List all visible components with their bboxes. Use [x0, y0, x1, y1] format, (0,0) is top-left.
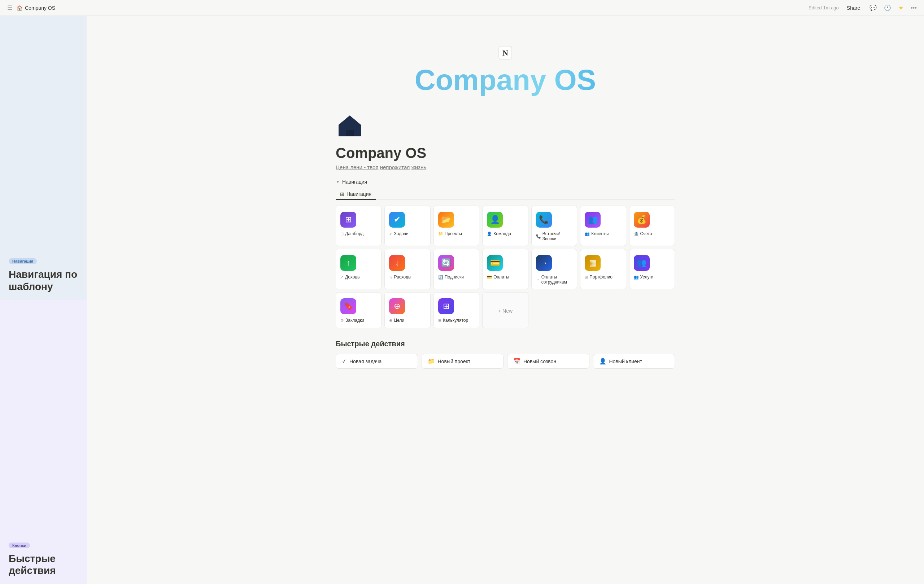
notion-logo-wrap: N: [336, 30, 675, 61]
nav-card-14[interactable]: 🔖 ⚙ Закладки: [336, 292, 381, 328]
card-label-text-3: Команда: [493, 231, 511, 236]
card-icon-11: →: [536, 255, 552, 271]
qa-icon-3: 👤: [599, 358, 606, 365]
tab-navigation-label: Навигация: [346, 191, 371, 197]
card-label-text-16: Калькулятор: [443, 318, 468, 323]
new-card-label: + New: [498, 308, 513, 314]
card-label-icon-0: ⊞: [340, 232, 343, 236]
company-os-heading: Company OS: [336, 64, 675, 97]
nav-card-16[interactable]: ⊞ ⊞ Калькулятор: [434, 292, 479, 328]
nav-card-11[interactable]: → → Оплаты сотрудникам: [531, 249, 577, 289]
nav-card-2[interactable]: 📂 📁 Проекты: [434, 206, 479, 246]
nav-thumb-title: Навигация по шаблону: [9, 268, 78, 293]
card-icon-1: ✔: [389, 212, 405, 228]
topbar-left: ☰ 🏠 Company OS: [6, 3, 55, 13]
page-icon: [336, 111, 364, 139]
card-label-icon-8: ↘: [389, 275, 392, 280]
svg-text:N: N: [502, 48, 508, 58]
page-subtitle: Цена лени - твоя непрожитая жизнь: [336, 164, 675, 170]
card-label-1: ✔ Задачи: [389, 231, 426, 236]
nav-card-9[interactable]: 🔄 🔄 Подписки: [434, 249, 479, 289]
nav-card-new[interactable]: + New: [482, 292, 528, 328]
star-button[interactable]: ★: [897, 3, 905, 13]
card-icon-10: 💳: [487, 255, 503, 271]
more-button[interactable]: •••: [909, 3, 918, 13]
card-label-2: 📁 Проекты: [438, 231, 475, 236]
card-label-icon-1: ✔: [389, 232, 392, 236]
quick-action-btn-1[interactable]: 📁 Новый проект: [422, 354, 504, 368]
card-label-6: 🏦 Счета: [634, 231, 670, 236]
card-label-icon-16: ⊞: [438, 318, 441, 323]
nav-card-1[interactable]: ✔ ✔ Задачи: [384, 206, 430, 246]
nav-badge: Навигация: [9, 258, 37, 264]
card-icon-0: ⊞: [340, 212, 356, 228]
card-label-icon-2: 📁: [438, 232, 443, 236]
card-icon-8: ↓: [389, 255, 405, 271]
nav-card-8[interactable]: ↓ ↘ Расходы: [384, 249, 430, 289]
qa-label-1: Новый проект: [438, 359, 471, 364]
card-label-14: ⚙ Закладки: [340, 318, 377, 323]
sidebar-thumb-navigation[interactable]: Навигация Навигация по шаблону: [0, 16, 87, 300]
card-label-text-14: Закладки: [345, 318, 364, 323]
card-icon-9: 🔄: [438, 255, 454, 271]
main-content: N Company OS Company OS Цена лени - твоя…: [87, 0, 924, 584]
nav-card-5[interactable]: 👥 👥 Клиенты: [580, 206, 626, 246]
card-label-text-8: Расходы: [394, 275, 411, 280]
nav-card-10[interactable]: 💳 💳 Оплаты: [482, 249, 528, 289]
card-label-icon-5: 👥: [585, 232, 590, 236]
card-label-text-9: Подписки: [445, 275, 464, 280]
nav-card-13[interactable]: 👥 👥 Услуги: [629, 249, 675, 289]
nav-card-6[interactable]: 💰 🏦 Счета: [629, 206, 675, 246]
more-icon: •••: [911, 5, 917, 11]
nav-card-15[interactable]: ⊕ ⊕ Цели: [384, 292, 430, 328]
quick-actions-title: Быстрые действия: [336, 340, 675, 348]
quick-action-btn-2[interactable]: 📅 Новый созвон: [507, 354, 589, 368]
card-label-text-6: Счета: [640, 231, 652, 236]
card-label-12: ⊞ Портфолио: [585, 275, 621, 280]
card-label-text-0: Дашборд: [345, 231, 363, 236]
navigation-section-header[interactable]: ▼ Навигация: [336, 179, 675, 185]
tab-navigation[interactable]: ⊞ Навигация: [336, 189, 376, 200]
comment-icon: 💬: [870, 4, 877, 11]
card-icon-16: ⊞: [438, 298, 454, 314]
comment-button[interactable]: 💬: [868, 3, 878, 13]
topbar-right: Edited 1m ago Share 💬 🕐 ★ •••: [808, 3, 918, 13]
history-button[interactable]: 🕐: [883, 3, 893, 13]
card-label-text-13: Услуги: [640, 275, 653, 280]
qa-label-3: Новый клиент: [609, 359, 642, 364]
card-label-icon-4: 📞: [536, 234, 541, 239]
nav-card-7[interactable]: ↑ ↗ Доходы: [336, 249, 381, 289]
card-label-icon-12: ⊞: [585, 275, 588, 280]
card-label-text-11: Оплаты сотрудникам: [541, 275, 573, 285]
card-label-icon-3: 👤: [487, 232, 492, 236]
nav-card-0[interactable]: ⊞ ⊞ Дашборд: [336, 206, 381, 246]
card-label-11: → Оплаты сотрудникам: [536, 275, 573, 285]
card-label-icon-11: →: [536, 277, 540, 282]
page-title: Company OS: [336, 145, 675, 161]
card-label-icon-7: ↗: [340, 275, 343, 280]
menu-icon: ☰: [7, 4, 12, 11]
card-label-icon-10: 💳: [487, 275, 492, 280]
card-label-3: 👤 Команда: [487, 231, 523, 236]
card-label-4: 📞 Встречи/Звонки: [536, 231, 573, 241]
subtitle-end: жизнь: [411, 164, 426, 170]
card-icon-2: 📂: [438, 212, 454, 228]
share-button[interactable]: Share: [843, 3, 864, 12]
card-label-icon-13: 👥: [634, 275, 639, 280]
card-label-16: ⊞ Калькулятор: [438, 318, 475, 323]
menu-button[interactable]: ☰: [6, 3, 14, 13]
card-icon-12: ▦: [585, 255, 601, 271]
sidebar-thumbnails: Навигация Навигация по шаблону Кнопки Бы…: [0, 16, 87, 584]
quick-action-btn-0[interactable]: ✓ Новая задача: [336, 354, 418, 368]
nav-card-12[interactable]: ▦ ⊞ Портфолио: [580, 249, 626, 289]
quick-action-btn-3[interactable]: 👤 Новый клиент: [593, 354, 675, 368]
nav-card-3[interactable]: 👤 👤 Команда: [482, 206, 528, 246]
qa-icon-1: 📁: [428, 358, 435, 365]
card-label-icon-14: ⚙: [340, 318, 344, 323]
nav-card-4[interactable]: 📞 📞 Встречи/Звонки: [531, 206, 577, 246]
card-icon-4: 📞: [536, 212, 552, 228]
topbar-page-title: Company OS: [25, 5, 55, 11]
sidebar-thumb-quick[interactable]: Кнопки Быстрые действия: [0, 300, 87, 584]
card-label-8: ↘ Расходы: [389, 275, 426, 280]
topbar: ☰ 🏠 Company OS Edited 1m ago Share 💬 🕐 ★…: [0, 0, 924, 16]
